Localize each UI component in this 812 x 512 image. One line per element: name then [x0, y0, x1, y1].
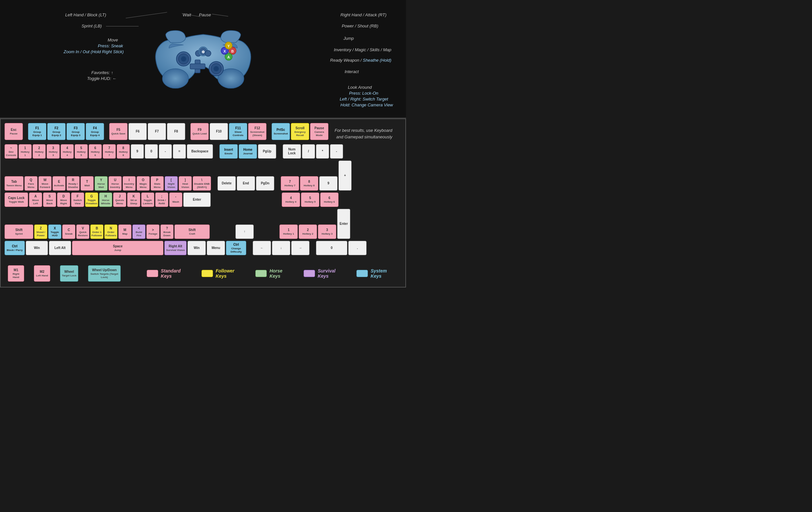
key-backslash[interactable]: \ Disable ENB (Shift+\) — [193, 176, 211, 191]
key-e[interactable]: E Activate — [53, 176, 65, 191]
key-insert[interactable]: Insert Emote — [220, 144, 238, 159]
key-f8[interactable]: F8 — [167, 123, 185, 140]
key-4[interactable]: 4 Hotkey 4 — [61, 144, 74, 159]
key-q[interactable]: Q Favs Menu — [25, 176, 37, 191]
key-1[interactable]: 1 Hotkey 1 — [19, 144, 32, 159]
key-o[interactable]: O Magic Menu — [137, 176, 150, 191]
key-f10[interactable]: F10 — [210, 123, 228, 140]
key-num5[interactable]: 5 Hotkey 5 — [301, 192, 319, 207]
key-u[interactable]: U Horse Inventry — [109, 176, 122, 191]
key-i[interactable]: I Inventry Menu — [123, 176, 136, 191]
key-bracket-l[interactable]: [ Night Vision — [165, 176, 178, 191]
key-d[interactable]: D Move Right — [57, 192, 70, 207]
key-pause[interactable]: Pause Camera Mode — [310, 123, 328, 140]
key-win-r[interactable]: Win — [187, 241, 206, 255]
key-f6[interactable]: F6 — [128, 123, 147, 140]
key-num9[interactable]: 9 — [319, 176, 338, 191]
key-shift-l[interactable]: Shift Sprint — [5, 224, 33, 239]
key-esc[interactable]: Esc Pause — [5, 123, 23, 140]
key-m[interactable]: M Map — [118, 224, 132, 239]
key-pgdn[interactable]: PgDn — [256, 176, 274, 191]
key-numlock[interactable]: Num Lock — [283, 144, 301, 159]
key-bracket-r[interactable]: ] Heat Vision — [179, 176, 192, 191]
key-f2[interactable]: F2 Group Equip 2 — [47, 123, 65, 140]
key-home[interactable]: Home Journal — [239, 144, 257, 159]
key-y[interactable]: Y Horse Wait — [94, 176, 108, 191]
legend-m2[interactable]: M2 Left Hand — [34, 265, 50, 281]
key-num-plus[interactable]: + — [339, 161, 351, 191]
key-tab[interactable]: Tab Tween Menu — [5, 176, 24, 191]
key-j[interactable]: J Quests Menu — [113, 192, 126, 207]
key-f12[interactable]: F12 Screenshot (Steam) — [248, 123, 266, 140]
key-semicolon[interactable]: ; Drink / Refill — [155, 192, 168, 207]
key-right[interactable]: → — [291, 241, 310, 255]
key-num2[interactable]: 2 Hotkey 2 — [299, 224, 317, 239]
key-num0[interactable]: 0 — [316, 241, 347, 255]
key-s[interactable]: S Move Back — [43, 192, 56, 207]
key-9[interactable]: 9 — [131, 144, 144, 159]
key-0[interactable]: 0 — [145, 144, 158, 159]
key-num-slash[interactable]: / — [302, 144, 315, 159]
key-v[interactable]: V Quick Restore — [76, 224, 89, 239]
key-f4[interactable]: F4 Group Equip 4 — [86, 123, 104, 140]
key-f[interactable]: F Switch View — [71, 192, 84, 207]
key-num3[interactable]: 3 Hotkey 3 — [318, 224, 336, 239]
legend-wheel-updown[interactable]: Wheel Up/Down Switch Targets (Target Loc… — [88, 265, 121, 281]
key-num-star[interactable]: * — [316, 144, 329, 159]
key-delete[interactable]: Delete — [218, 176, 236, 191]
key-3[interactable]: 3 Hotkey 3 — [47, 144, 60, 159]
key-num-enter[interactable]: Enter — [337, 209, 350, 239]
key-space[interactable]: Space Jump — [72, 241, 164, 255]
key-minus[interactable]: - — [159, 144, 172, 159]
key-equals[interactable]: = — [173, 144, 186, 159]
key-num6[interactable]: 6 Hotkey 6 — [320, 192, 339, 207]
key-5[interactable]: 5 Hotkey 5 — [75, 144, 88, 159]
key-w[interactable]: W Move Forward — [38, 176, 52, 191]
key-f7[interactable]: F7 — [148, 123, 166, 140]
key-num1[interactable]: 1 Hotkey 1 — [280, 224, 298, 239]
key-left[interactable]: ← — [253, 241, 271, 255]
key-f3[interactable]: F3 Group Equip 3 — [66, 123, 85, 140]
key-backtick[interactable]: ~ Dev Console — [5, 144, 18, 159]
key-r[interactable]: R Ready / Sheathe — [66, 176, 80, 191]
key-menu[interactable]: Menu — [207, 241, 225, 255]
key-b[interactable]: B Order 1 Follower — [90, 224, 104, 239]
key-k[interactable]: K Sit or Sleep — [127, 192, 140, 207]
key-capslock[interactable]: Caps Lock Toggle Walk — [5, 192, 28, 207]
key-num7[interactable]: 7 Hotkey 7 — [281, 176, 299, 191]
key-8[interactable]: 8 Hotkey 8 — [117, 144, 130, 159]
key-slash[interactable]: ? Break Down — [161, 224, 173, 239]
key-prtsc[interactable]: PrtSc Screenshot — [272, 123, 290, 140]
key-6[interactable]: 6 Hotkey 6 — [89, 144, 102, 159]
key-period[interactable]: > Forage — [146, 224, 160, 239]
key-f1[interactable]: F1 Group Equip 1 — [28, 123, 46, 140]
key-f9[interactable]: F9 Quick Load — [191, 123, 209, 140]
key-num8[interactable]: 8 Hotkey 8 — [300, 176, 318, 191]
key-z[interactable]: Z Shout / Power — [34, 224, 47, 239]
key-up[interactable]: ↑ — [235, 224, 254, 239]
key-down[interactable]: ↓ — [272, 241, 290, 255]
key-num4[interactable]: 4 Hotkey 4 — [282, 192, 300, 207]
key-l[interactable]: L Toggle Lantern — [141, 192, 154, 207]
key-num-dot[interactable]: . — [348, 241, 367, 255]
key-g[interactable]: G Toggle Frmation — [85, 192, 98, 207]
key-p[interactable]: P Stats Menu — [151, 176, 164, 191]
key-7[interactable]: 7 Hotkey 7 — [103, 144, 116, 159]
key-quote[interactable]: ' Wash — [169, 192, 182, 207]
key-scroll[interactable]: Scroll Emrgncy Recall — [291, 123, 309, 140]
legend-wheel[interactable]: Wheel Target Lock — [60, 265, 78, 281]
key-alt-r[interactable]: Right Alt Survival Vision — [164, 241, 186, 255]
key-pgup[interactable]: PgUp — [258, 144, 276, 159]
key-x[interactable]: X Toggle HUD — [48, 224, 61, 239]
key-win-l[interactable]: Win — [26, 241, 48, 255]
key-f11[interactable]: F11 Show Controls — [229, 123, 247, 140]
key-num-minus[interactable]: - — [330, 144, 343, 159]
key-ctrl-r[interactable]: Ctrl Change Difficulty — [226, 241, 246, 255]
key-backspace[interactable]: Backspace — [187, 144, 213, 159]
key-alt-l[interactable]: Left Alt — [49, 241, 71, 255]
key-h[interactable]: H Horse Whistle — [99, 192, 112, 207]
key-a[interactable]: A Move Left — [29, 192, 42, 207]
key-2[interactable]: 2 Hotkey 2 — [33, 144, 46, 159]
key-f5[interactable]: F5 Quick Save — [109, 123, 127, 140]
key-comma[interactable]: < Build Fire — [133, 224, 145, 239]
